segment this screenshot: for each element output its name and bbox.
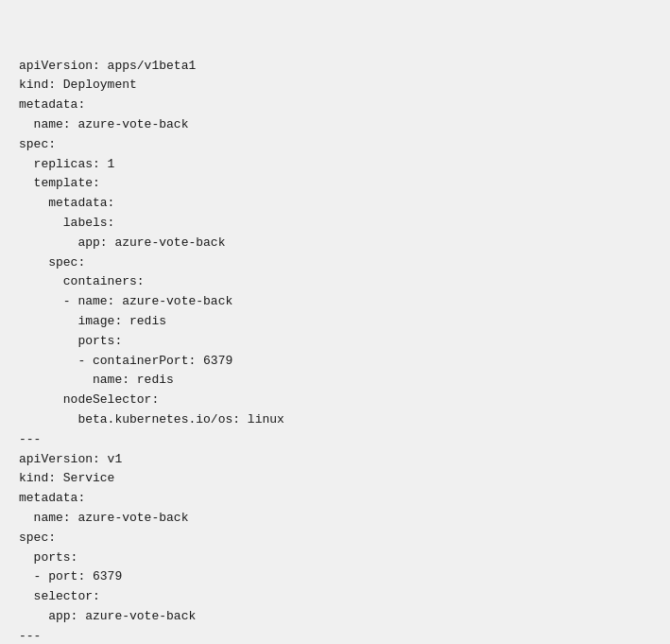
code-line: - port: 6379 — [19, 567, 651, 587]
code-line: metadata: — [19, 96, 651, 115]
code-block: apiVersion: apps/v1beta1kind: Deployment… — [19, 17, 651, 644]
code-line: name: azure-vote-back — [19, 509, 651, 529]
code-line: name: redis — [19, 371, 651, 391]
code-line: app: azure-vote-back — [19, 234, 651, 253]
code-line: metadata: — [19, 194, 651, 214]
code-line: labels: — [19, 214, 651, 234]
code-line: apiVersion: apps/v1beta1 — [19, 57, 651, 77]
code-line: - containerPort: 6379 — [19, 352, 651, 372]
code-container: apiVersion: apps/v1beta1kind: Deployment… — [0, 0, 670, 644]
code-line: --- — [19, 627, 651, 644]
code-line: name: azure-vote-back — [19, 115, 651, 135]
code-line: nodeSelector: — [19, 391, 651, 410]
code-line: app: azure-vote-back — [19, 607, 651, 627]
code-line: template: — [19, 174, 651, 194]
code-line: spec: — [19, 253, 651, 273]
code-line: apiVersion: v1 — [19, 450, 651, 470]
code-line: metadata: — [19, 489, 651, 509]
code-line: beta.kubernetes.io/os: linux — [19, 410, 651, 430]
code-line: kind: Service — [19, 469, 651, 489]
code-line: spec: — [19, 529, 651, 548]
code-line: selector: — [19, 587, 651, 607]
code-line: replicas: 1 — [19, 155, 651, 175]
code-line: ports: — [19, 548, 651, 568]
code-line: image: redis — [19, 312, 651, 332]
code-line: spec: — [19, 135, 651, 155]
code-line: - name: azure-vote-back — [19, 292, 651, 312]
code-line: kind: Deployment — [19, 76, 651, 96]
code-line: --- — [19, 430, 651, 450]
code-line: ports: — [19, 332, 651, 352]
code-line: containers: — [19, 272, 651, 292]
